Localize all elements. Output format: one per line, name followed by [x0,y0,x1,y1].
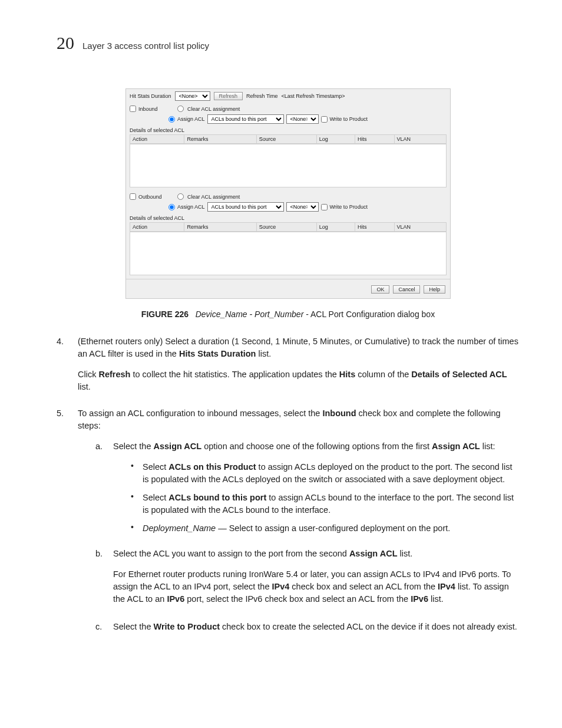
step-5: 5. To assign an ACL configuration to inb… [57,407,520,648]
inbound-col-log[interactable]: Log [316,135,355,144]
inbound-assign-acl-radio[interactable] [168,116,175,123]
inbound-write-to-product-checkbox[interactable] [321,116,328,123]
inbound-assign-acl-label: Assign ACL [177,116,205,122]
refresh-button[interactable]: Refresh [214,92,243,100]
cancel-button[interactable]: Cancel [393,285,420,294]
page-header: 20 Layer 3 access control list policy [57,33,520,53]
step-4-marker: 4. [57,335,72,401]
inbound-col-vlan[interactable]: VLAN [394,135,446,144]
inbound-label: Inbound [138,106,158,112]
figure-caption: FIGURE 226 Device_Name - Port_Number - A… [57,309,520,319]
outbound-col-remarks[interactable]: Remarks [184,223,256,232]
outbound-assign-acl-radio[interactable] [168,204,175,210]
outbound-assign-acl-label: Assign ACL [177,204,205,210]
inbound-assign-acl-select-2[interactable]: <None> [286,114,319,124]
outbound-assign-acl-select-1[interactable]: ACLs bound to this port [207,202,284,212]
outbound-clear-acl-label: Clear ACL assignment [187,194,240,200]
inbound-col-action[interactable]: Action [130,135,184,144]
inbound-assign-acl-select-1[interactable]: ACLs bound to this port [207,114,284,124]
outbound-col-vlan[interactable]: VLAN [394,223,446,232]
figure-caption-italic: Device_Name - Port_Number [196,309,304,319]
inbound-details-table-body[interactable] [130,144,447,187]
outbound-label: Outbound [138,194,162,200]
bullet-icon: • [131,492,135,516]
inbound-details-label: Details of selected ACL [126,126,450,134]
outbound-details-label: Details of selected ACL [126,214,450,222]
inbound-write-to-product-label: Write to Product [330,116,368,122]
outbound-assign-acl-select-2[interactable]: <None> [286,202,319,212]
outbound-col-source[interactable]: Source [256,223,316,232]
inbound-checkbox[interactable] [130,106,136,112]
outbound-write-to-product-checkbox[interactable] [321,204,328,210]
help-button[interactable]: Help [424,285,445,294]
refresh-time-label: Refresh Time [246,93,278,99]
outbound-col-log[interactable]: Log [316,223,355,232]
inbound-col-hits[interactable]: Hits [355,135,395,144]
content-body: 4. (Ethernet routers only) Select a dura… [57,335,520,648]
step-5b-marker: b. [95,548,107,614]
figure-caption-tail: - ACL Port Configuration dialog box [303,309,435,319]
bullet-icon: • [131,522,135,535]
step-5b: b. Select the ACL you want to assign to … [95,548,520,614]
bullet-icon: • [131,461,135,486]
refresh-time-value: <Last Refresh Timestamp> [282,93,345,99]
chapter-number: 20 [57,33,74,53]
outbound-checkbox[interactable] [130,193,136,200]
step-5a-bullet-1: • Select ACLs on this Product to assign … [131,461,520,486]
step-5c-marker: c. [95,621,107,641]
outbound-details-table-body[interactable] [130,232,447,275]
outbound-clear-acl-radio[interactable] [177,193,184,200]
header-title: Layer 3 access control list policy [82,41,209,51]
inbound-details-table: Action Remarks Source Log Hits VLAN [130,134,447,144]
step-5a-marker: a. [95,440,107,541]
outbound-write-to-product-label: Write to Product [330,204,368,210]
step-5a-bullet-2: • Select ACLs bound to this port to assi… [131,492,520,516]
step-4: 4. (Ethernet routers only) Select a dura… [57,335,520,401]
step-5c: c. Select the Write to Product check box… [95,621,520,641]
outbound-col-hits[interactable]: Hits [355,223,395,232]
step-5-marker: 5. [57,407,72,648]
acl-port-config-dialog-screenshot: Hit Stats Duration <None> Refresh Refres… [125,88,451,299]
ok-button[interactable]: OK [371,285,389,294]
outbound-col-action[interactable]: Action [130,223,184,232]
inbound-col-remarks[interactable]: Remarks [184,135,256,144]
outbound-details-table: Action Remarks Source Log Hits VLAN [130,222,447,232]
inbound-clear-acl-radio[interactable] [177,106,184,112]
step-5a: a. Select the Assign ACL option and choo… [95,440,520,541]
hit-stats-duration-label: Hit Stats Duration [130,93,171,99]
hit-stats-duration-select[interactable]: <None> [175,91,210,101]
step-5a-bullet-3: • Deployment_Name — Select to assign a u… [131,522,520,535]
inbound-col-source[interactable]: Source [256,135,316,144]
figure-label: FIGURE 226 [141,309,189,319]
inbound-clear-acl-label: Clear ACL assignment [187,106,240,112]
dialog-button-row: OK Cancel Help [126,279,450,298]
